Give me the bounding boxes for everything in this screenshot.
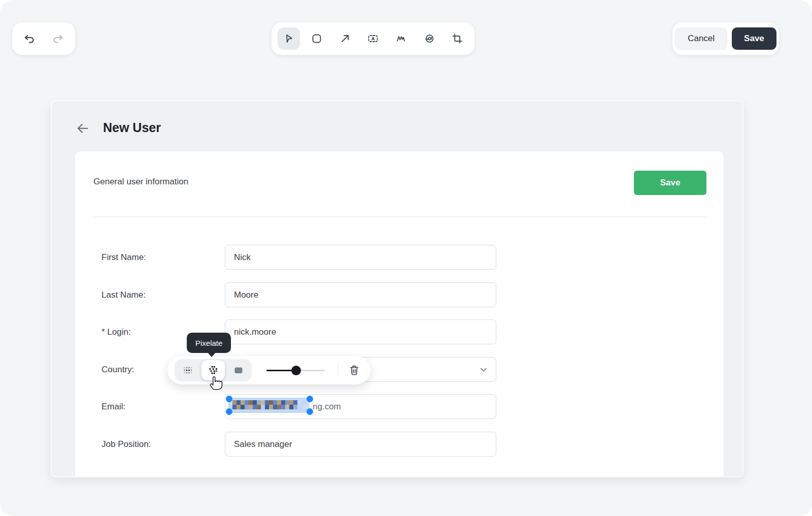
trash-icon (348, 364, 361, 377)
last-name-value: Moore (234, 290, 258, 300)
resize-handle-bottom-right[interactable] (307, 408, 313, 415)
scribble-icon (423, 33, 435, 45)
first-name-value: Nick (234, 252, 251, 263)
solid-mode-button[interactable] (227, 360, 250, 380)
back-button[interactable] (74, 120, 91, 138)
redo-button[interactable] (47, 27, 69, 50)
last-name-input[interactable]: Moore (225, 282, 496, 307)
tooltip-caret (208, 352, 216, 357)
field-row-last-name: Last Name: Moore (101, 282, 715, 307)
field-row-job-position: Job Position: Sales manager (101, 432, 715, 457)
page-title: New User (103, 120, 161, 135)
arrow-tool-button[interactable] (334, 27, 356, 50)
blur-mode-button[interactable] (176, 360, 199, 380)
slider-thumb[interactable] (291, 366, 301, 375)
arrow-icon (339, 33, 351, 45)
screenshot-editor-window: Cancel Save New User General user inform… (0, 0, 812, 516)
rectangle-icon (311, 33, 323, 45)
annotation-toolbar (272, 22, 475, 55)
field-row-first-name: First Name: Nick (101, 245, 715, 270)
pixelated-redaction-region[interactable] (228, 398, 310, 413)
email-visible-value: ng.com (313, 402, 341, 412)
first-name-label: First Name: (101, 252, 225, 263)
marker-icon (395, 33, 407, 45)
marker-tool-button[interactable] (390, 27, 412, 50)
crop-icon (451, 33, 463, 45)
email-label: Email: (101, 402, 225, 412)
undo-button[interactable] (18, 27, 41, 50)
text-tool-button[interactable] (362, 27, 384, 50)
login-input[interactable]: nick.moore (225, 319, 496, 344)
blur-dots-icon (182, 364, 194, 376)
solid-fill-icon (232, 364, 245, 376)
pixelate-tooltip: Pixelate (187, 333, 231, 353)
divider (93, 216, 706, 217)
chevron-down-icon (479, 365, 489, 375)
selection-tint (228, 398, 310, 413)
cancel-button[interactable]: Cancel (675, 27, 727, 50)
scribble-tool-button[interactable] (418, 27, 441, 50)
resize-handle-top-left[interactable] (226, 396, 232, 402)
last-name-label: Last Name: (101, 290, 225, 300)
text-box-icon (367, 33, 379, 45)
toolbar-divider (337, 364, 338, 377)
pixelate-tooltip-label: Pixelate (195, 339, 222, 347)
section-title: General user information (93, 177, 188, 187)
job-position-input[interactable]: Sales manager (225, 432, 496, 457)
save-button[interactable]: Save (732, 27, 776, 50)
first-name-input[interactable]: Nick (225, 245, 496, 270)
select-tool-button[interactable] (278, 27, 300, 50)
redo-arrow-icon (51, 32, 64, 45)
cursor-icon (283, 33, 295, 45)
history-toolbar (12, 22, 75, 55)
field-row-email: Email: ng.com (101, 394, 715, 419)
job-position-label: Job Position: (101, 439, 225, 449)
user-form-card: General user information Save First Name… (75, 151, 724, 477)
screenshot-canvas: New User General user information Save F… (51, 100, 743, 477)
back-arrow-icon (75, 121, 90, 136)
job-position-value: Sales manager (234, 439, 292, 449)
editor-actions: Cancel Save (672, 22, 779, 55)
delete-redaction-button[interactable] (344, 360, 364, 380)
form-save-button[interactable]: Save (634, 171, 706, 195)
crop-tool-button[interactable] (446, 27, 468, 50)
undo-arrow-icon (23, 32, 36, 45)
login-value: nick.moore (234, 327, 276, 337)
hand-cursor-icon (208, 374, 223, 391)
rectangle-tool-button[interactable] (306, 27, 328, 50)
redaction-toolbar (167, 356, 370, 384)
resize-handle-top-right[interactable] (307, 396, 313, 402)
resize-handle-bottom-left[interactable] (226, 408, 232, 415)
intensity-slider[interactable] (266, 356, 325, 384)
